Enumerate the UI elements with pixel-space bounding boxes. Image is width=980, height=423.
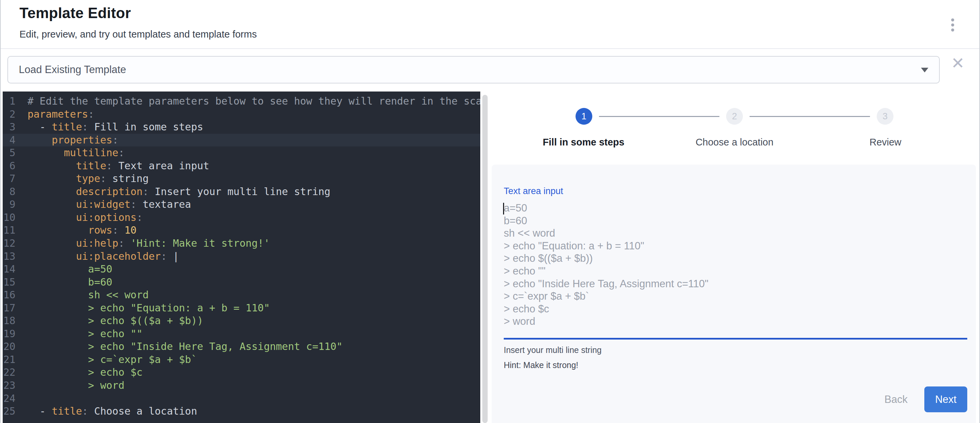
preview-panel: 123 Fill in some stepsChoose a locationR… (490, 92, 979, 423)
code-line: 25 - title: Choose a location (3, 405, 480, 418)
code-line: 22 > echo $c (3, 366, 480, 379)
line-number: 2 (3, 108, 16, 121)
line-number: 18 (3, 314, 16, 328)
page-subtitle: Edit, preview, and try out templates and… (19, 29, 257, 40)
code-text: ui:placeholder: | (16, 250, 179, 263)
line-number: 7 (3, 172, 16, 185)
line-number: 1 (3, 95, 16, 108)
close-icon[interactable]: ✕ (951, 55, 964, 71)
code-line: 13 ui:placeholder: | (3, 250, 480, 263)
page-header: Template Editor Edit, preview, and try o… (1, 0, 979, 49)
select-placeholder-text: Load Existing Template (19, 57, 126, 83)
textarea-placeholder-line: > echo "" (504, 265, 967, 277)
code-text: - title: Choose a location (16, 405, 197, 418)
code-text: > word (16, 379, 124, 392)
back-button[interactable]: Back (876, 388, 916, 412)
code-text: > echo $c (16, 366, 143, 379)
code-text: > echo "" (16, 328, 143, 341)
line-number: 3 (3, 120, 16, 134)
step-indicator-1: 1 (576, 108, 592, 125)
kebab-menu-icon[interactable] (945, 16, 960, 33)
textarea-placeholder-line: sh << word (504, 227, 967, 240)
code-text: > echo $(($a + $b)) (16, 314, 203, 328)
editor-scrollbar-track (480, 92, 490, 423)
code-text: rows: 10 (16, 224, 137, 237)
text-cursor (503, 203, 504, 214)
code-text: ui:help: 'Hint: Make it strong!' (16, 237, 270, 250)
step-label: Fill in some steps (508, 137, 659, 148)
line-number: 5 (3, 146, 16, 160)
line-number: 25 (3, 405, 16, 418)
code-line: 12 ui:help: 'Hint: Make it strong!' (3, 237, 480, 250)
code-text: # Edit the template parameters below to … (16, 95, 480, 108)
code-line: 18 > echo $(($a + $b)) (3, 314, 480, 328)
code-line: 24 (3, 392, 480, 405)
code-text: - title: Fill in some steps (16, 120, 203, 134)
textarea-field-label: Text area input (504, 186, 967, 196)
chevron-down-icon[interactable] (921, 68, 928, 72)
code-line: 16 sh << word (3, 288, 480, 302)
main-split: 1# Edit the template parameters below to… (1, 92, 979, 423)
code-line: 23 > word (3, 379, 480, 392)
field-description: Insert your multi line string (504, 345, 967, 355)
code-text: description: Insert your multi line stri… (16, 185, 330, 198)
textarea-focus-underline (504, 338, 967, 339)
editor-scrollbar-thumb[interactable] (482, 95, 488, 423)
code-text: > echo "Equation: a + b = 110" (16, 302, 270, 315)
step-indicator-3: 3 (877, 108, 894, 125)
multiline-textarea[interactable]: a=50b=60sh << word> echo "Equation: a + … (504, 202, 967, 328)
form-card: Text area input a=50b=60sh << word> echo… (492, 165, 976, 423)
load-template-row: Load Existing Template ✕ (1, 49, 979, 92)
line-number: 6 (3, 160, 16, 173)
next-button[interactable]: Next (924, 387, 967, 412)
code-text: ui:options: (16, 211, 143, 224)
code-text: a=50 (16, 263, 112, 276)
line-number: 24 (3, 392, 16, 405)
code-line: 17 > echo "Equation: a + b = 110" (3, 302, 480, 315)
stepper-labels: Fill in some stepsChoose a locationRevie… (490, 137, 979, 148)
code-line: 4 properties: (3, 134, 480, 147)
template-editor-page: Template Editor Edit, preview, and try o… (0, 0, 980, 423)
editor-wrap: 1# Edit the template parameters below to… (1, 92, 480, 423)
step-connector-line (599, 116, 719, 117)
code-text: ui:widget: textarea (16, 198, 191, 211)
textarea-placeholder-line: b=60 (504, 214, 967, 227)
code-line: 11 rows: 10 (3, 224, 480, 237)
step-label: Review (810, 137, 961, 148)
load-existing-template-select[interactable]: Load Existing Template (7, 56, 940, 84)
code-line: 2parameters: (3, 108, 480, 121)
code-text: properties: (16, 134, 118, 147)
code-text: type: string (16, 172, 149, 185)
code-text: multiline: (16, 146, 124, 160)
code-line: 3 - title: Fill in some steps (3, 120, 480, 134)
line-number: 4 (3, 134, 16, 147)
code-line: 8 description: Insert your multi line st… (3, 185, 480, 198)
yaml-code-editor[interactable]: 1# Edit the template parameters below to… (3, 92, 480, 423)
line-number: 8 (3, 185, 16, 198)
line-number: 20 (3, 340, 16, 353)
line-number: 11 (3, 224, 16, 237)
stepper: 123 (490, 108, 979, 125)
textarea-placeholder-line: > echo $c (504, 303, 967, 315)
textarea-placeholder-line: > echo $(($a + $b)) (504, 252, 967, 265)
code-text: b=60 (16, 276, 112, 289)
line-number: 12 (3, 237, 16, 250)
code-line: 5 multiline: (3, 146, 480, 160)
code-text: > echo "Inside Here Tag, Assignment c=11… (16, 340, 342, 353)
code-line: 21 > c=`expr $a + $b` (3, 353, 480, 366)
line-number: 10 (3, 211, 16, 224)
line-number: 15 (3, 276, 16, 289)
code-line: 10 ui:options: (3, 211, 480, 224)
code-line: 6 title: Text area input (3, 160, 480, 173)
step-label: Choose a location (659, 137, 810, 148)
code-line: 14 a=50 (3, 263, 480, 276)
code-text (16, 392, 27, 405)
line-number: 23 (3, 379, 16, 392)
line-number: 19 (3, 328, 16, 341)
textarea-placeholder-line: > echo "Equation: a + b = 110" (504, 240, 967, 252)
line-number: 17 (3, 302, 16, 315)
code-line: 19 > echo "" (3, 328, 480, 341)
textarea-placeholder-line: > echo "Inside Here Tag, Assignment c=11… (504, 277, 967, 290)
code-line: 9 ui:widget: textarea (3, 198, 480, 211)
line-number: 16 (3, 288, 16, 302)
